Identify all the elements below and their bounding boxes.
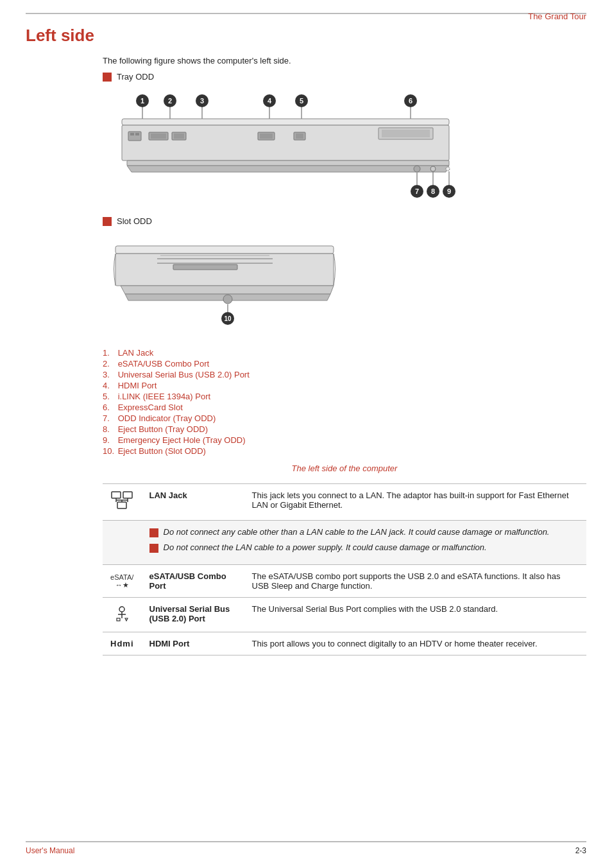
warning-icon-cell [103, 521, 142, 565]
warning-text-2: Do not connect the LAN cable to a power … [164, 542, 487, 552]
usb-icon [110, 604, 134, 625]
footer-page-number: 2-3 [575, 846, 586, 855]
esata-icon: eSATA/↔★ [110, 573, 134, 589]
hdmi-icon: Hdmi [110, 639, 134, 648]
top-border [26, 13, 586, 14]
slot-odd-bullet: Slot ODD [103, 216, 586, 226]
tray-odd-diagram: 1 1 2 3 4 5 6 [103, 92, 586, 206]
figure-caption: The left side of the computer [103, 464, 586, 473]
hdmi-desc: This port allows you to connect digitall… [244, 632, 587, 655]
info-table: LAN Jack This jack lets you connect to a… [103, 483, 586, 655]
tray-odd-svg: 1 1 2 3 4 5 6 [103, 92, 475, 204]
svg-point-53 [223, 295, 232, 304]
usb-icon-cell [103, 598, 142, 632]
list-item: 1. LAN Jack [103, 348, 586, 358]
lan-jack-desc: This jack lets you connect to a LAN. The… [244, 484, 587, 521]
svg-text:5: 5 [300, 97, 303, 105]
list-item: 9. Emergency Eject Hole (Tray ODD) [103, 435, 586, 445]
list-item: 3. Universal Serial Bus (USB 2.0) Port [103, 370, 586, 379]
esata-desc: The eSATA/USB combo port supports the US… [244, 565, 587, 598]
tray-odd-bullet: Tray ODD [103, 72, 586, 82]
svg-text:9: 9 [447, 187, 451, 195]
list-item: 5. i.LINK (IEEE 1394a) Port [103, 392, 586, 401]
table-row-esata: eSATA/↔★ eSATA/USB Combo Port The eSATA/… [103, 565, 586, 598]
warning-item-2: Do not connect the LAN cable to a power … [149, 542, 579, 553]
table-row-warning: Do not connect any cable other than a LA… [103, 521, 586, 565]
esata-label: eSATA/USB Combo Port [142, 565, 244, 598]
svg-text:7: 7 [415, 187, 419, 195]
usb-desc: The Universal Serial Bus Port complies w… [244, 598, 587, 632]
list-item: 7. ODD Indicator (Tray ODD) [103, 413, 586, 423]
svg-rect-58 [123, 492, 132, 498]
svg-text:3: 3 [200, 97, 204, 105]
svg-rect-28 [174, 134, 184, 139]
hdmi-label: HDMI Port [142, 632, 244, 655]
slot-odd-svg: 10 [103, 236, 359, 336]
list-item: 6. ExpressCard Slot [103, 403, 586, 412]
esata-icon-cell: eSATA/↔★ [103, 565, 142, 598]
table-row-lan: LAN Jack This jack lets you connect to a… [103, 484, 586, 521]
slot-odd-diagram: 10 [103, 236, 586, 338]
page-chapter-title: The Grand Tour [528, 12, 586, 21]
warning-text-1: Do not connect any cable other than a LA… [164, 527, 550, 537]
svg-rect-57 [112, 492, 121, 498]
warning-bullet-1 [149, 528, 158, 537]
svg-rect-21 [127, 161, 449, 166]
svg-point-37 [446, 167, 450, 171]
bullet-icon [103, 73, 112, 82]
svg-rect-32 [296, 134, 303, 139]
svg-point-64 [119, 607, 124, 612]
page: The Grand Tour Left side The following f… [0, 0, 612, 868]
warning-item-1: Do not connect any cable other than a LA… [149, 527, 579, 537]
svg-text:10: 10 [224, 315, 232, 322]
bullet-icon-2 [103, 217, 112, 226]
svg-rect-34 [382, 130, 430, 137]
component-list: 1. LAN Jack 2. eSATA/USB Combo Port 3. U… [103, 348, 586, 456]
svg-rect-23 [130, 133, 134, 135]
svg-point-36 [430, 166, 436, 171]
svg-rect-59 [117, 502, 126, 508]
usb-label: Universal Serial Bus (USB 2.0) Port [142, 598, 244, 632]
svg-rect-47 [115, 246, 334, 254]
table-row-hdmi: Hdmi HDMI Port This port allows you to c… [103, 632, 586, 655]
list-item: 10. Eject Button (Slot ODD) [103, 446, 586, 456]
svg-marker-68 [125, 618, 128, 621]
list-item: 8. Eject Button (Tray ODD) [103, 424, 586, 434]
svg-text:4: 4 [268, 97, 272, 105]
svg-rect-19 [122, 119, 449, 125]
list-item: 2. eSATA/USB Combo Port [103, 359, 586, 369]
footer-manual-label: User's Manual [26, 846, 74, 855]
svg-rect-24 [135, 133, 139, 135]
svg-point-35 [414, 166, 420, 172]
svg-rect-67 [117, 618, 120, 621]
intro-text: The following figure shows the computer'… [103, 56, 586, 65]
list-item: 4. HDMI Port [103, 381, 586, 390]
svg-rect-26 [151, 134, 166, 139]
slot-odd-label: Slot ODD [117, 216, 152, 226]
svg-text:6: 6 [409, 97, 412, 105]
svg-text:2: 2 [168, 97, 172, 105]
hdmi-icon-cell: Hdmi [103, 632, 142, 655]
svg-rect-52 [173, 265, 237, 270]
section-title: Left side [26, 26, 586, 46]
table-row-usb: Universal Serial Bus (USB 2.0) Port The … [103, 598, 586, 632]
lan-jack-label: LAN Jack [142, 484, 244, 521]
lan-icon [110, 490, 134, 514]
warning-bullet-2 [149, 544, 158, 553]
page-footer: User's Manual 2-3 [26, 841, 586, 855]
content-area: The following figure shows the computer'… [103, 56, 586, 655]
svg-rect-30 [260, 134, 273, 139]
warning-list: Do not connect any cable other than a LA… [149, 527, 579, 553]
svg-text:1: 1 [140, 97, 144, 105]
warning-content: Do not connect any cable other than a LA… [142, 521, 587, 565]
svg-text:8: 8 [431, 187, 435, 195]
tray-odd-label: Tray ODD [117, 72, 154, 82]
lan-icon-cell [103, 484, 142, 521]
